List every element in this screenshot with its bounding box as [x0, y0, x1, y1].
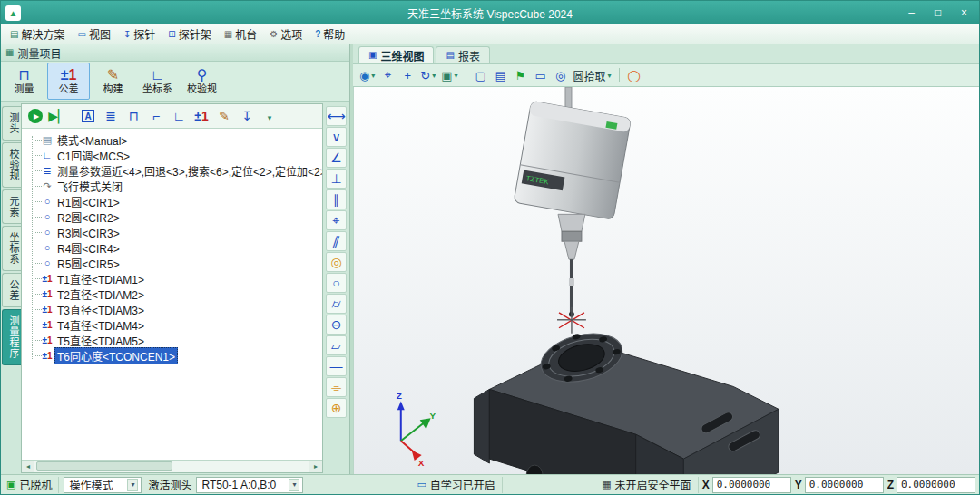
scroll-left-button[interactable]: ◂ [22, 461, 34, 472]
gdt-true-position-button[interactable]: ⊕ [326, 398, 347, 418]
ribbon-measure-button[interactable]: ⊓测量 [3, 63, 45, 100]
coord-value: 0.0000000 [897, 477, 975, 493]
ribbon-coordinate-system-button[interactable]: ∟坐标系 [136, 63, 179, 100]
tree-item[interactable]: ±1T4直径<TDIAM4> [25, 317, 322, 333]
minimize-button[interactable]: – [898, 3, 925, 23]
gdt-distance-button[interactable]: ⟷ [326, 106, 347, 126]
corner-point-button[interactable]: ⌐ [146, 106, 166, 126]
tree-item[interactable]: ±1T1直径<TDIAM1> [25, 271, 322, 286]
screen-button[interactable]: ▭ [532, 66, 550, 84]
tree-item[interactable]: ○R3圆<CIR3> [25, 225, 322, 240]
menu-bar: ▤解决方案▭视图↧探针⊞探针架▦机台⚙选项?帮助 [1, 24, 979, 44]
active-probe-select[interactable]: RT50-1 A:0,B:0 ▾ [196, 477, 303, 493]
coordinate-system-button[interactable]: ∟ [169, 106, 189, 126]
menu-item-4[interactable]: ▦机台 [218, 24, 263, 44]
side-tab-2[interactable]: 校验规 [2, 142, 21, 188]
active-probe-value: RT50-1 A:0,B:0 [201, 479, 276, 491]
tree-item[interactable]: ○R4圆<CIR4> [25, 240, 322, 256]
view-eye-button[interactable]: ◉▾ [358, 66, 377, 84]
tolerance-button[interactable]: ±1 [191, 106, 211, 126]
calipers-icon: ⊓ [18, 67, 29, 83]
gdt-angle-button[interactable]: ∠ [326, 148, 347, 168]
construct-button[interactable]: ✎ [214, 106, 234, 126]
tolerance-icon: ±1 [194, 109, 208, 123]
ribbon-gauge-button[interactable]: ⚲校验规 [181, 63, 223, 100]
gdt-angularity-button[interactable]: ∥ [326, 231, 347, 251]
maximize-button[interactable]: □ [925, 3, 951, 23]
tab-report[interactable]: ▤报表 [436, 46, 489, 63]
tree-horizontal-scrollbar[interactable]: ◂ ▸ [22, 460, 322, 472]
probe-locate-button[interactable]: ⌖ [378, 66, 397, 84]
gdt-straightness-button[interactable]: — [326, 356, 347, 376]
tree-item[interactable]: ±1T2直径<TDIAM2> [25, 286, 322, 302]
menu-item-6[interactable]: ?帮助 [309, 24, 351, 44]
gdt-profile-button[interactable]: ⊖ [326, 315, 347, 335]
labels-button[interactable]: ▤ [492, 66, 510, 84]
run-program-button[interactable]: ▶ [25, 106, 45, 126]
coord-x: X0.0000000 [702, 477, 791, 493]
gdt-angle-between-button[interactable]: ∨ [326, 127, 347, 147]
measure-button[interactable]: ⊓ [123, 106, 143, 126]
text-label-button[interactable]: A [78, 106, 98, 126]
step-run-button[interactable]: ▶▏ [48, 106, 68, 126]
pan-button[interactable]: + [398, 66, 416, 84]
ribbon-construct-button[interactable]: ✎构建 [92, 63, 134, 100]
tree-item[interactable]: ±1T5直径<TDIAM5> [25, 333, 322, 348]
gdt-perpendicularity-button[interactable]: ⊥ [326, 169, 347, 189]
rotate-icon: ↻ [420, 69, 430, 82]
parallelism-icon: ∥ [333, 192, 339, 207]
tree-item[interactable]: ↷飞行模式关闭 [25, 179, 322, 194]
menu-item-2[interactable]: ↧探针 [117, 24, 162, 44]
measure-parameters-button[interactable]: ≣ [101, 106, 121, 126]
iso-view-button[interactable]: ▣▾ [439, 66, 459, 84]
side-tab-4[interactable]: 坐标系 [2, 226, 21, 271]
gdt-symmetry-button[interactable]: ⌯ [326, 377, 347, 397]
scrollbar-track[interactable] [34, 461, 309, 472]
target-button[interactable]: ◎ [552, 66, 570, 84]
flag-button[interactable]: ⚑ [512, 66, 530, 84]
tree-item[interactable]: ○R5圆<CIR5> [25, 256, 322, 271]
options-icon: ⚙ [270, 30, 278, 39]
side-tab-6[interactable]: 测量程序 [2, 309, 21, 365]
gdt-parallelism-button[interactable]: ∥ [326, 189, 347, 209]
menu-item-3[interactable]: ⊞探针架 [162, 24, 217, 44]
stop-button[interactable]: ◯ [625, 66, 643, 84]
scroll-right-button[interactable]: ▸ [309, 461, 322, 472]
tree-item[interactable]: ○R2圆<CIR2> [25, 209, 322, 225]
side-tab-3[interactable]: 元素 [2, 189, 21, 224]
tab-3d-view[interactable]: ▣三维视图 [358, 46, 434, 63]
tree-item[interactable]: ±1T6同心度<TCONCEN1> [25, 348, 322, 364]
toolbar-separator [466, 68, 466, 82]
tree-item[interactable]: ▤模式<Manual> [25, 132, 322, 148]
gdt-circularity-button[interactable]: ○ [326, 273, 347, 293]
tree-item[interactable]: ∟C1回调<MCS> [25, 148, 322, 163]
rotate-button[interactable]: ↻▾ [418, 66, 437, 84]
circle-pick-button[interactable]: 圆拾取▾ [572, 66, 613, 84]
more-button[interactable]: ▾ [260, 106, 279, 126]
side-tab-1[interactable]: 测头 [2, 106, 21, 141]
close-button[interactable]: × [951, 3, 977, 23]
menu-item-0[interactable]: ▤解决方案 [4, 24, 71, 44]
safety-plane-label: 未开启安全平面 [615, 477, 691, 492]
step-icon: ▶▏ [48, 109, 68, 123]
operation-mode-select[interactable]: 操作模式 ▾ [64, 477, 142, 493]
axes-icon: ∟ [172, 109, 185, 123]
pencil-icon: ✎ [107, 67, 119, 83]
zoom-window-button[interactable]: ▢ [472, 66, 490, 84]
gdt-concentricity-button[interactable]: ◎ [326, 252, 347, 272]
probe-button[interactable]: ↧ [237, 106, 257, 126]
gdt-position-button[interactable]: ⌖ [326, 210, 347, 230]
tree-item[interactable]: ±1T3直径<TDIAM3> [25, 302, 322, 317]
side-tab-5[interactable]: 公差 [2, 273, 21, 307]
ribbon-tolerance-button[interactable]: ±1公差 [47, 63, 90, 100]
scrollbar-thumb[interactable] [36, 461, 172, 471]
tree-item[interactable]: ○R1圆<CIR1> [25, 194, 322, 209]
angle-between-icon: ∨ [331, 130, 340, 144]
tree-item[interactable]: ≣测量参数逼近<4>,回退<3>,搜索<6>,定位<2>,定位加<2>,测 [25, 163, 322, 179]
menu-item-1[interactable]: ▭视图 [71, 24, 116, 44]
menu-item-5[interactable]: ⚙选项 [263, 24, 309, 44]
3d-viewport[interactable]: TZTEK [353, 87, 979, 474]
program-tree: ▤模式<Manual>∟C1回调<MCS>≣测量参数逼近<4>,回退<3>,搜索… [22, 129, 322, 460]
gdt-cylindricity-button[interactable]: ⌭ [326, 294, 347, 314]
gdt-flatness-button[interactable]: ▱ [326, 335, 347, 355]
